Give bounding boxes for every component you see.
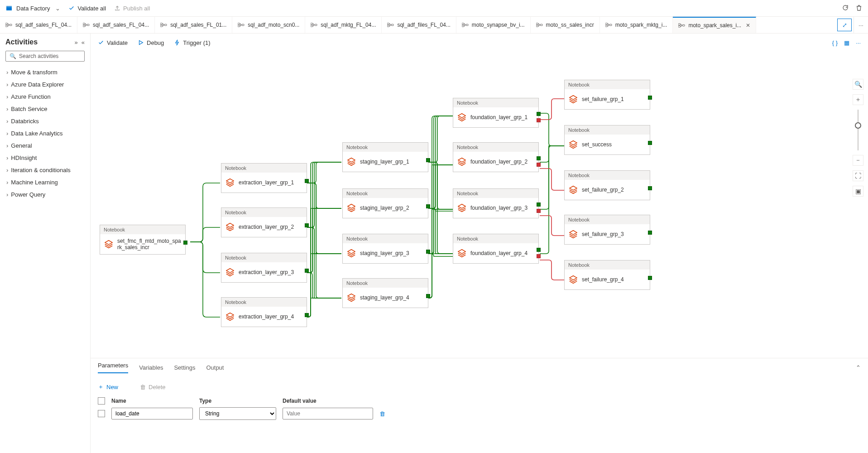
param-default-input[interactable] [283,408,373,419]
properties-panel: Parameters Variables Settings Output ⌃ ＋… [91,358,868,453]
node-x4[interactable]: Notebookset_failure_grp_4 [564,260,650,290]
param-name-input[interactable] [111,408,193,419]
more-icon[interactable]: ··· [854,17,868,33]
node-f3[interactable]: Notebookfoundation_layer_grp_3 [453,188,539,218]
chevron-right-icon: › [6,167,8,173]
fit-icon[interactable]: ⛶ [853,170,863,181]
layout-icon[interactable]: ▦ [844,39,849,46]
debug-button[interactable]: Debug [138,39,164,46]
brand[interactable]: Data Factory ⌄ [5,5,60,12]
chevron-right-icon: › [6,130,8,137]
trigger-button[interactable]: Trigger (1) [174,39,210,46]
search-icon: 🔍 [10,53,16,59]
pipeline-canvas[interactable]: Notebook set_fmc_fl_mtd_moto_spark_sales… [91,52,868,358]
svg-rect-4 [6,6,12,7]
th-name: Name [111,398,193,404]
chevron-right-icon: › [6,69,8,76]
ptab-variables[interactable]: Variables [139,364,163,371]
node-root[interactable]: Notebook set_fmc_fl_mtd_moto_spark_sales… [100,225,186,255]
node-f2[interactable]: Notebookfoundation_layer_grp_2 [453,142,539,172]
node-x1[interactable]: Notebookset_failure_grp_1 [564,80,650,110]
node-x3[interactable]: Notebookset_failure_grp_3 [564,215,650,245]
tab-2[interactable]: sql_adf_sales_FL_01... [155,17,232,33]
validate-all-button[interactable]: Validate all [68,5,106,12]
zoom-control[interactable]: 🔍 ＋ － ⛶ ▣ [852,79,864,197]
node-s1[interactable]: Notebookstaging_layer_grp_1 [342,142,428,172]
th-type: Type [199,398,276,404]
select-all-checkbox[interactable] [98,397,105,405]
tab-7[interactable]: moto_ss_sales_incr [531,17,600,33]
ptab-parameters[interactable]: Parameters [98,362,128,373]
node-e1[interactable]: Notebookextraction_layer_grp_1 [221,163,307,193]
cat-8[interactable]: ›Iteration & conditionals [5,164,85,176]
activities-sidebar: Activities »« 🔍 Search activities ›Move … [0,34,91,453]
search-icon[interactable]: 🔍 [853,79,863,90]
node-s4[interactable]: Notebookstaging_layer_grp_4 [342,278,428,308]
collapse-panel-icon[interactable]: ⌃ [856,364,861,371]
node-ok[interactable]: Notebookset_success [564,125,650,155]
node-e2[interactable]: Notebookextraction_layer_grp_2 [221,207,307,237]
cat-2[interactable]: ›Azure Function [5,91,85,103]
tab-0[interactable]: sql_adf_sales_FL_04... [0,17,77,33]
tab-9[interactable]: moto_spark_sales_i...✕ [673,17,756,33]
refresh-icon[interactable] [842,4,849,13]
new-button[interactable]: ＋New [98,383,118,391]
cat-6[interactable]: ›General [5,140,85,152]
tab-1[interactable]: sql_adf_sales_FL_04... [77,17,155,33]
node-f4[interactable]: Notebookfoundation_layer_grp_4 [453,234,539,264]
cat-10[interactable]: ›Power Query [5,188,85,201]
row-checkbox[interactable] [98,410,105,417]
chevron-right-icon: › [6,191,8,198]
tab-8[interactable]: moto_spark_mktg_i... [600,17,673,33]
json-icon[interactable]: { } [832,39,838,46]
zoom-out-button[interactable]: － [853,155,863,166]
sidebar-title: Activities [5,38,38,46]
cat-9[interactable]: ›Machine Learning [5,176,85,188]
more-icon[interactable]: ··· [856,39,861,46]
cat-4[interactable]: ›Databricks [5,115,85,127]
publish-all-button: Publish all [114,5,150,12]
chevron-right-icon: › [6,93,8,100]
zoom-in-button[interactable]: ＋ [853,94,863,105]
search-input[interactable]: 🔍 Search activities [5,51,85,62]
cat-5[interactable]: ›Data Lake Analytics [5,127,85,140]
plus-icon: ＋ [98,383,104,391]
delete-icon[interactable] [855,4,863,13]
chevron-right-icon: › [6,142,8,149]
cat-0[interactable]: ›Move & transform [5,66,85,78]
param-type-select[interactable]: String [199,407,276,420]
trash-icon: 🗑 [140,384,146,390]
zoom-slider[interactable] [858,110,858,150]
node-e4[interactable]: Notebookextraction_layer_grp_4 [221,297,307,327]
ptab-output[interactable]: Output [206,364,224,371]
chevrons-icon[interactable]: » [75,39,78,46]
node-s3[interactable]: Notebookstaging_layer_grp_3 [342,234,428,264]
node-x2[interactable]: Notebookset_failure_grp_2 [564,170,650,200]
tab-6[interactable]: moto_synapse_bv_i... [456,17,531,33]
cat-7[interactable]: ›HDInsight [5,152,85,164]
tab-5[interactable]: sql_adf_files_FL_04... [382,17,456,33]
node-e3[interactable]: Notebookextraction_layer_grp_3 [221,253,307,283]
delete-button: 🗑Delete [140,384,166,390]
th-default: Default value [283,398,373,404]
tab-4[interactable]: sql_adf_mktg_FL_04... [305,17,382,33]
ptab-settings[interactable]: Settings [174,364,195,371]
chevron-right-icon: › [6,106,8,112]
brand-label: Data Factory [16,5,50,12]
close-icon[interactable]: ✕ [744,22,750,29]
delete-row-icon[interactable]: 🗑 [379,410,385,417]
tab-3[interactable]: sql_adf_moto_scn0... [232,17,305,33]
chevron-right-icon: › [6,179,8,186]
node-s2[interactable]: Notebookstaging_layer_grp_2 [342,188,428,218]
expand-icon[interactable]: ⤢ [837,19,852,31]
minimap-icon[interactable]: ▣ [853,186,863,197]
tab-strip: sql_adf_sales_FL_04... sql_adf_sales_FL_… [0,16,868,34]
cat-1[interactable]: ›Azure Data Explorer [5,78,85,91]
validate-button[interactable]: Validate [98,39,128,46]
chevron-right-icon: › [6,118,8,125]
chevron-right-icon: › [6,81,8,88]
collapse-icon[interactable]: « [82,39,85,46]
node-f1[interactable]: Notebookfoundation_layer_grp_1 [453,98,539,128]
chevron-down-icon: ⌄ [55,5,60,12]
cat-3[interactable]: ›Batch Service [5,103,85,115]
